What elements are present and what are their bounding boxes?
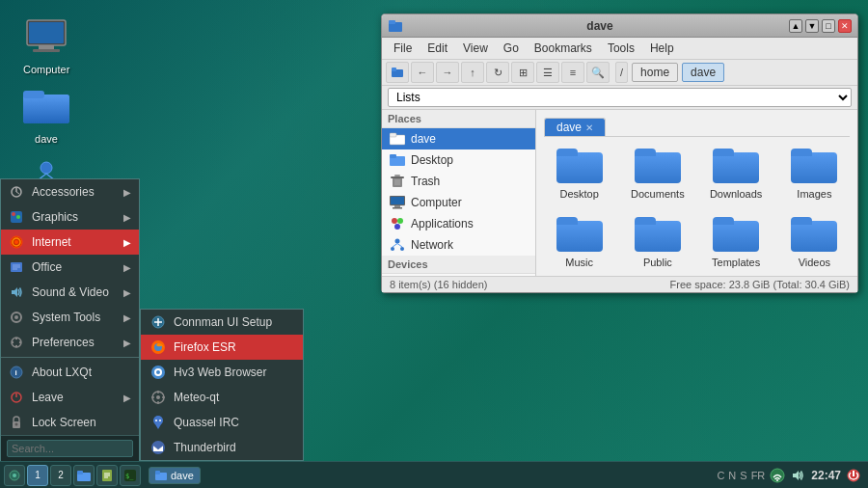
fm-sidebar-trash[interactable]: Trash: [382, 171, 535, 192]
restore-button[interactable]: □: [822, 19, 835, 33]
submenu-thunderbird[interactable]: Thunderbird: [141, 435, 303, 460]
menu-item-leave[interactable]: Leave ▶: [1, 385, 139, 410]
fm-sidebar: Places dave: [382, 110, 536, 276]
svg-rect-5: [23, 95, 69, 123]
tray-fr: FR: [751, 470, 766, 481]
svg-point-35: [400, 247, 404, 251]
taskbar-terminal-btn[interactable]: $_: [120, 465, 141, 486]
power-tray-icon[interactable]: [845, 467, 862, 484]
fm-menu-edit[interactable]: Edit: [420, 40, 455, 57]
fm-file-images[interactable]: Images: [779, 143, 850, 203]
taskbar-window-dave[interactable]: dave: [149, 467, 201, 484]
submenu-quassel[interactable]: Quassel IRC: [141, 410, 303, 435]
submenu-hv3[interactable]: Hv3 Web Browser: [141, 360, 303, 385]
svg-rect-6: [23, 91, 44, 98]
fm-file-desktop[interactable]: Desktop: [544, 143, 614, 203]
fm-file-downloads[interactable]: Downloads: [701, 143, 772, 203]
fm-menu-go[interactable]: Go: [496, 40, 527, 57]
svg-point-45: [16, 215, 20, 219]
fm-btn-list2[interactable]: ≡: [561, 62, 584, 83]
taskbar-tray: C N S FR 22: [711, 467, 868, 484]
thunderbird-icon: [150, 440, 166, 455]
svg-point-32: [394, 224, 400, 230]
submenu-connman[interactable]: Connman UI Setup: [141, 310, 303, 335]
maximize-button[interactable]: ▼: [805, 19, 819, 33]
fm-status-items: 8 item(s) (16 hidden): [390, 279, 488, 290]
volume-tray-icon[interactable]: [790, 467, 807, 484]
fm-btn-forward[interactable]: →: [436, 62, 459, 83]
fm-file-public[interactable]: Public: [622, 211, 692, 268]
minimize-button[interactable]: ▲: [789, 19, 802, 33]
fm-menu-tools[interactable]: Tools: [600, 40, 642, 57]
menu-item-system[interactable]: System Tools ▶: [1, 305, 139, 330]
fm-menu-view[interactable]: View: [455, 40, 496, 57]
fm-breadcrumb-home[interactable]: home: [632, 63, 678, 82]
close-button[interactable]: ✕: [838, 19, 852, 33]
fm-btn-filter[interactable]: 🔍: [586, 62, 610, 83]
fm-tab-dave[interactable]: dave ✕: [544, 118, 606, 136]
fm-menubar: File Edit View Go Bookmarks Tools Help: [382, 38, 857, 60]
svg-point-44: [12, 212, 15, 216]
taskbar-left: 1 2: [0, 465, 204, 486]
fm-file-images-label: Images: [797, 188, 831, 200]
fm-file-templates-icon: [713, 215, 759, 254]
fm-menu-file[interactable]: File: [386, 40, 420, 57]
desktop1-label: 1: [35, 470, 41, 480]
fm-places-section: Places: [382, 110, 535, 128]
fm-lists-bar: Lists: [382, 86, 857, 110]
menu-item-office[interactable]: Office ▶: [1, 255, 139, 280]
menu-item-lock[interactable]: Lock Screen: [1, 410, 139, 435]
svg-rect-1: [29, 22, 64, 43]
fm-files-grid: Desktop Documents Downloads Images: [544, 143, 850, 268]
svg-point-76: [156, 395, 160, 399]
fm-btn-back[interactable]: ←: [411, 62, 434, 83]
fm-sidebar-computer[interactable]: Computer: [382, 192, 535, 213]
fm-btn-up[interactable]: ↑: [461, 62, 484, 83]
taskbar-launcher[interactable]: [4, 465, 25, 486]
taskbar-editor-btn[interactable]: [96, 465, 118, 486]
desktop: Computer dave: [0, 0, 868, 488]
fm-file-videos[interactable]: Videos: [779, 211, 850, 268]
fm-sidebar-dave[interactable]: dave: [382, 128, 535, 149]
fm-sidebar-network[interactable]: Network: [382, 234, 535, 256]
menu-item-sound[interactable]: Sound & Video ▶: [1, 280, 139, 305]
fm-file-documents[interactable]: Documents: [622, 143, 692, 203]
menu-item-accessories[interactable]: Accessories ▶: [1, 179, 139, 204]
preferences-label: Preferences: [32, 336, 95, 349]
svg-rect-13: [389, 20, 395, 24]
fm-sidebar-desktop-label: Desktop: [411, 153, 453, 167]
fm-menu-help[interactable]: Help: [642, 40, 682, 57]
fm-sidebar-desktop[interactable]: Desktop: [382, 149, 535, 171]
graphics-arrow: ▶: [123, 212, 131, 223]
fm-file-templates[interactable]: Templates: [701, 211, 772, 268]
taskbar-desktop1[interactable]: 1: [27, 465, 48, 486]
fm-btn-location[interactable]: [386, 62, 409, 83]
menu-item-about[interactable]: i About LXQt: [1, 360, 139, 385]
taskbar-desktop2[interactable]: 2: [50, 465, 71, 486]
fm-file-music[interactable]: Music: [544, 211, 614, 268]
submenu-firefox[interactable]: Firefox ESR: [141, 335, 303, 360]
menu-item-internet[interactable]: Internet ▶: [1, 230, 139, 255]
menu-separator-1: [1, 357, 139, 358]
taskbar-filemanager-btn[interactable]: [73, 465, 95, 486]
fm-file-music-icon: [556, 215, 603, 254]
svg-rect-97: [155, 471, 160, 474]
menu-item-preferences[interactable]: Preferences ▶: [1, 330, 139, 355]
network-tray-icon[interactable]: [769, 467, 786, 484]
fm-btn-refresh[interactable]: ↻: [486, 62, 509, 83]
svg-line-37: [397, 244, 402, 248]
fm-btn-grid[interactable]: ⊞: [511, 62, 534, 83]
menu-item-graphics[interactable]: Graphics ▶: [1, 204, 139, 230]
search-input[interactable]: [7, 440, 133, 457]
fm-btn-list1[interactable]: ☰: [536, 62, 559, 83]
fm-tab-close[interactable]: ✕: [585, 122, 593, 133]
fm-breadcrumb-dave[interactable]: dave: [682, 63, 724, 82]
graphics-icon: [9, 209, 24, 225]
desktop-icon-dave[interactable]: dave: [19, 79, 73, 149]
hv3-label: Hv3 Web Browser: [174, 366, 266, 379]
fm-lists-select[interactable]: Lists: [388, 88, 852, 107]
fm-menu-bookmarks[interactable]: Bookmarks: [527, 40, 600, 57]
submenu-meteo[interactable]: Meteo-qt: [141, 385, 303, 410]
fm-sidebar-applications[interactable]: Applications: [382, 213, 535, 234]
desktop-icon-computer[interactable]: Computer: [19, 10, 73, 79]
